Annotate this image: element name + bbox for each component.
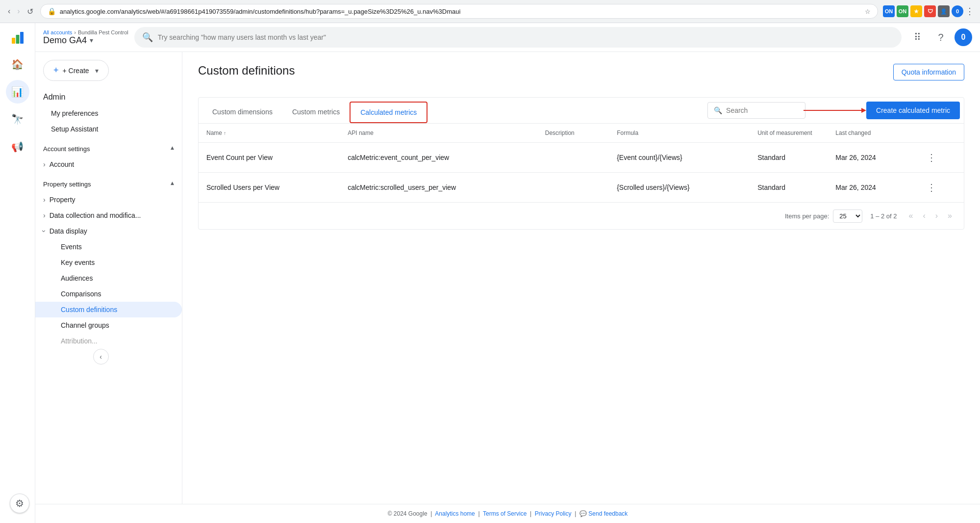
global-search-input[interactable] xyxy=(158,33,894,41)
table-row: Event Count per View calcMetric:event_co… xyxy=(199,143,964,173)
address-bar[interactable]: 🔒 analytics.google.com/analytics/web/#/a… xyxy=(40,4,878,19)
global-search-bar[interactable]: 🔍 xyxy=(134,27,902,48)
left-nav: + + Create ▾ Admin My preferences Setup … xyxy=(35,52,182,504)
attribution-nav-item[interactable]: Attribution... xyxy=(35,333,182,349)
account-settings-arrow: ▾ xyxy=(171,145,174,153)
property-settings-header[interactable]: Property settings ▾ xyxy=(35,176,182,192)
breadcrumb-all-accounts[interactable]: All accounts xyxy=(43,29,72,35)
ext-icon-3[interactable]: ★ xyxy=(910,5,922,17)
tabs-actions: 🔍 Create calculated metric xyxy=(707,102,960,123)
browser-menu-button[interactable]: ⋮ xyxy=(965,5,974,17)
key-events-nav-item[interactable]: Key events xyxy=(35,255,182,270)
property-nav-item[interactable]: › Property xyxy=(35,192,182,208)
last-page-button[interactable]: » xyxy=(944,209,956,223)
settings-button[interactable]: ⚙ xyxy=(10,494,29,513)
footer-privacy[interactable]: Privacy Policy xyxy=(535,510,572,517)
row-2-api-name: calcMetric:scrolled_users_per_view xyxy=(340,173,537,203)
property-settings-title: Property settings xyxy=(43,181,91,188)
col-api-name: API name xyxy=(340,124,537,143)
top-bar: All accounts › Bundilla Pest Control Dem… xyxy=(35,23,980,52)
comparisons-nav-item[interactable]: Comparisons xyxy=(35,286,182,302)
user-avatar[interactable]: 0 xyxy=(955,28,972,46)
row-2-formula: {Scrolled users}/{Views} xyxy=(609,173,750,203)
my-preferences-label: My preferences xyxy=(51,109,98,117)
channel-groups-nav-item[interactable]: Channel groups xyxy=(35,317,182,333)
footer-terms[interactable]: Terms of Service xyxy=(483,510,527,517)
reload-button[interactable]: ↺ xyxy=(25,5,35,18)
apps-button[interactable]: ⠿ xyxy=(907,27,927,47)
account-settings-header[interactable]: Account settings ▾ xyxy=(35,141,182,157)
tab-custom-dimensions-label: Custom dimensions xyxy=(212,108,273,116)
account-settings-title: Account settings xyxy=(43,145,90,153)
create-button-wrapper: + + Create ▾ xyxy=(43,60,174,81)
sidebar-icon-reports[interactable]: 📊 xyxy=(6,80,29,104)
ext-icon-2[interactable]: ON xyxy=(897,5,908,17)
col-actions xyxy=(917,124,964,143)
search-arrow-line xyxy=(804,110,862,111)
table-search-input[interactable] xyxy=(726,106,799,114)
help-button[interactable]: ? xyxy=(931,27,951,47)
footer-analytics-home[interactable]: Analytics home xyxy=(435,510,475,517)
lock-icon: 🔒 xyxy=(48,7,56,15)
page-title: Custom definitions xyxy=(198,64,295,78)
row-2-more-button[interactable]: ⋮ xyxy=(925,180,938,195)
sidebar-icon-home[interactable]: 🏠 xyxy=(6,52,29,76)
row-2-actions: ⋮ xyxy=(917,173,964,203)
ext-icon-4[interactable]: 🛡 xyxy=(924,5,936,17)
items-per-page-select[interactable]: 5 10 25 50 100 xyxy=(833,209,862,223)
tab-custom-metrics[interactable]: Custom metrics xyxy=(282,102,350,123)
row-1-formula: {Event count}/{Views} xyxy=(609,143,750,173)
forward-button[interactable]: › xyxy=(15,5,22,18)
tab-calculated-metrics[interactable]: Calculated metrics xyxy=(350,102,427,123)
breadcrumb-nav: All accounts › Bundilla Pest Control Dem… xyxy=(43,29,128,46)
ext-icon-6[interactable]: 0 xyxy=(952,5,963,17)
page-navigation: « ‹ › » xyxy=(905,209,956,223)
main-content: Custom definitions Quota information Cus… xyxy=(182,52,980,504)
data-table: Name ↑ API name Description Formula Unit… xyxy=(199,124,964,203)
sidebar-icon-advertising[interactable]: 📢 xyxy=(6,135,29,158)
tab-custom-dimensions[interactable]: Custom dimensions xyxy=(202,102,282,123)
ext-icon-1[interactable]: ON xyxy=(883,5,895,17)
back-button[interactable]: ‹ xyxy=(6,5,12,18)
search-icon: 🔍 xyxy=(714,106,722,114)
my-preferences-item[interactable]: My preferences xyxy=(35,105,182,121)
create-dropdown-arrow: ▾ xyxy=(95,67,99,75)
data-display-nav-item[interactable]: › Data display xyxy=(35,223,182,239)
custom-definitions-nav-item[interactable]: Custom definitions xyxy=(35,302,182,317)
data-collection-label: Data collection and modifica... xyxy=(50,211,141,219)
create-calculated-metric-button[interactable]: Create calculated metric xyxy=(866,102,960,119)
pagination: Items per page: 5 10 25 50 100 1 – 2 of … xyxy=(199,203,964,229)
account-arrow-icon: › xyxy=(43,160,46,168)
global-search-icon: 🔍 xyxy=(142,32,153,43)
next-page-button[interactable]: › xyxy=(931,209,942,223)
property-arrow-icon: › xyxy=(43,196,46,204)
events-nav-item[interactable]: Events xyxy=(35,239,182,255)
search-arrow-container: 🔍 xyxy=(707,102,860,119)
footer-feedback[interactable]: Send feedback xyxy=(588,510,628,517)
footer: © 2024 Google | Analytics home | Terms o… xyxy=(35,504,980,523)
quota-information-button[interactable]: Quota information xyxy=(893,64,964,80)
property-dropdown-arrow: ▾ xyxy=(90,36,93,44)
main-wrapper: + + Create ▾ Admin My preferences Setup … xyxy=(35,52,980,504)
tab-custom-metrics-label: Custom metrics xyxy=(292,108,340,116)
app-layout: 🏠 📊 🔭 📢 ⚙ All accounts › Bundilla Pest C… xyxy=(0,23,980,523)
footer-copyright: © 2024 Google xyxy=(388,510,427,517)
row-1-more-button[interactable]: ⋮ xyxy=(925,150,938,165)
row-2-unit: Standard xyxy=(750,173,828,203)
ext-icon-5[interactable]: 👤 xyxy=(938,5,950,17)
account-nav-item[interactable]: › Account xyxy=(35,157,182,172)
sidebar-icon-explore[interactable]: 🔭 xyxy=(6,107,29,131)
property-selector[interactable]: Demo GA4 ▾ xyxy=(43,35,128,46)
create-button[interactable]: + + Create ▾ xyxy=(43,60,109,81)
collapse-sidebar-button[interactable]: ‹ xyxy=(93,349,109,365)
row-1-unit: Standard xyxy=(750,143,828,173)
prev-page-button[interactable]: ‹ xyxy=(919,209,929,223)
table-search-box[interactable]: 🔍 xyxy=(707,102,805,119)
data-collection-nav-item[interactable]: › Data collection and modifica... xyxy=(35,208,182,223)
first-page-button[interactable]: « xyxy=(905,209,917,223)
setup-assistant-item[interactable]: Setup Assistant xyxy=(35,121,182,137)
audiences-nav-item[interactable]: Audiences xyxy=(35,270,182,286)
analytics-logo-icon xyxy=(11,31,25,45)
svg-rect-1 xyxy=(16,35,19,44)
row-2-name: Scrolled Users per View xyxy=(199,173,340,203)
